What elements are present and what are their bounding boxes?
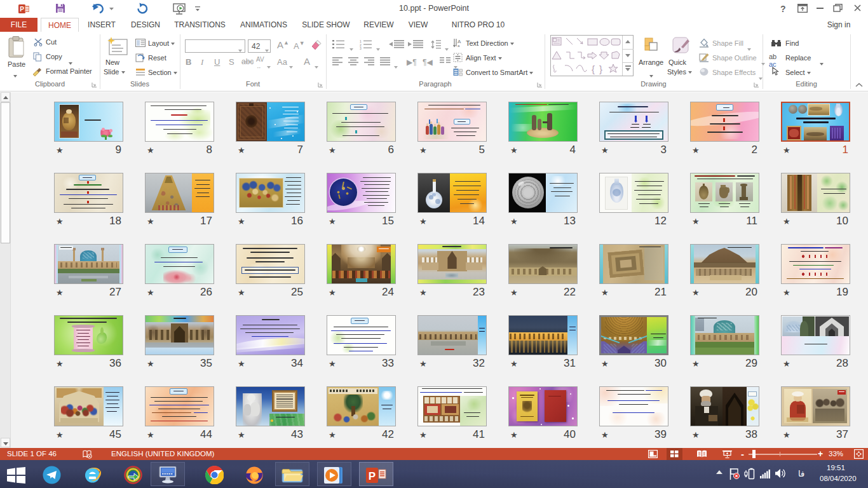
svg-text:P: P <box>369 470 376 482</box>
svg-text:}: } <box>599 64 602 74</box>
svg-text:{: { <box>592 64 595 74</box>
svg-text:3: 3 <box>360 46 362 50</box>
